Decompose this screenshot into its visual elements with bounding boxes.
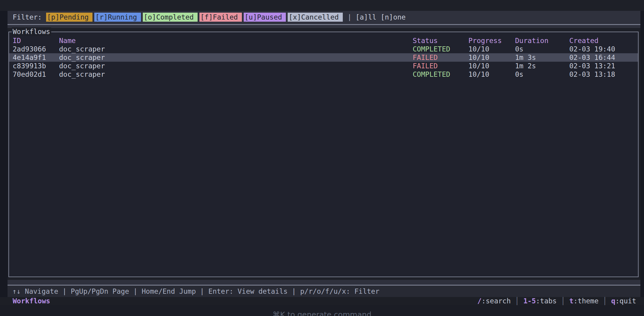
panel-title: Workflows: [12, 27, 51, 36]
cell-name: doc_scraper: [59, 45, 105, 53]
filter-chip-running[interactable]: [r]Running: [94, 13, 141, 22]
help-bar: ↑↓ Navigate | PgUp/PgDn Page | Home/End …: [8, 286, 640, 297]
shortcut-key: q: [611, 297, 615, 305]
filter-chip-cancelled[interactable]: [x]Cancelled: [288, 13, 342, 22]
table-row[interactable]: 2ad93066doc_scraperCOMPLETED10/100s02-03…: [9, 45, 638, 53]
shortcut-theme: t:theme: [569, 297, 599, 305]
cell-created: 02-03 19:40: [569, 45, 615, 53]
cell-duration: 1m 2s: [515, 62, 536, 70]
help-text: ↑↓ Navigate | PgUp/PgDn Page | Home/End …: [12, 287, 380, 295]
shortcut-search: /:search: [477, 297, 511, 305]
status-bar: Workflows /:search│1-5:tabs│t:theme│q:qu…: [0, 297, 644, 305]
cell-status: FAILED: [413, 53, 438, 62]
table-header: IDNameStatusProgressDurationCreated: [9, 36, 638, 45]
filter-label: Filter:: [13, 13, 42, 21]
shortcut-label: :theme: [574, 297, 599, 305]
cell-name: doc_scraper: [59, 62, 105, 70]
filter-chip-paused[interactable]: [u]Paused: [244, 13, 286, 22]
cell-duration: 0s: [515, 45, 524, 53]
shortcut-separator: │: [561, 297, 565, 305]
shortcut-label: :tabs: [536, 297, 557, 305]
filter-chip-completed[interactable]: [o]Completed: [143, 13, 198, 22]
active-tab-label: Workflows: [13, 297, 50, 305]
filter-row: Filter:[p]Pending[r]Running[o]Completed[…: [13, 13, 410, 22]
table-row[interactable]: 4e14a9f1doc_scraperFAILED10/101m 3s02-03…: [9, 53, 638, 62]
filter-bar: Filter:[p]Pending[r]Running[o]Completed[…: [8, 11, 640, 28]
column-header-progress: Progress: [468, 36, 502, 45]
shortcut-list: /:search│1-5:tabs│t:theme│q:quit: [477, 297, 636, 305]
cell-created: 02-03 13:21: [569, 62, 615, 70]
cell-created: 02-03 16:44: [569, 53, 615, 62]
column-header-status: Status: [413, 36, 438, 45]
filter-chip-failed[interactable]: [f]Failed: [199, 13, 242, 22]
shortcut-separator: │: [603, 297, 607, 305]
filter-all-option[interactable]: [a]ll: [355, 13, 376, 21]
cell-progress: 10/10: [468, 70, 489, 79]
workflows-panel: Workflows IDNameStatusProgressDurationCr…: [8, 32, 639, 277]
cell-status: COMPLETED: [413, 70, 450, 79]
cell-id: c839913b: [13, 62, 46, 70]
cell-id: 4e14a9f1: [13, 53, 46, 62]
cell-duration: 0s: [515, 70, 524, 79]
shortcut-separator: │: [515, 297, 519, 305]
shortcut-key: /: [477, 297, 482, 305]
shortcut-key: 1-5: [523, 297, 536, 305]
shortcut-tabs: 1-5:tabs: [523, 297, 557, 305]
shortcut-label: :quit: [615, 297, 636, 305]
column-header-id: ID: [13, 36, 21, 45]
shortcut-key: t: [569, 297, 574, 305]
shortcut-label: :search: [482, 297, 511, 305]
shortcut-quit: q:quit: [611, 297, 636, 305]
window-left-margin: [0, 11, 8, 297]
cell-created: 02-03 13:18: [569, 70, 615, 79]
table-row[interactable]: c839913bdoc_scraperFAILED10/101m 2s02-03…: [9, 62, 638, 70]
filter-bar-divider: [8, 24, 640, 25]
filter-chip-pending[interactable]: [p]Pending: [46, 13, 92, 22]
cell-duration: 1m 3s: [515, 53, 536, 62]
cell-name: doc_scraper: [59, 70, 105, 79]
cell-status: COMPLETED: [413, 45, 450, 53]
terminal-screen: Filter:[p]Pending[r]Running[o]Completed[…: [0, 0, 644, 316]
terminal-hint: ⌘K to generate command: [273, 310, 371, 316]
column-header-name: Name: [59, 36, 76, 45]
column-header-duration: Duration: [515, 36, 549, 45]
filter-none-option[interactable]: [n]one: [381, 13, 406, 21]
cell-progress: 10/10: [468, 53, 489, 62]
cell-progress: 10/10: [468, 62, 489, 70]
table-row[interactable]: 70ed02d1doc_scraperCOMPLETED10/100s02-03…: [9, 70, 638, 79]
window-right-margin: [640, 11, 644, 297]
cell-name: doc_scraper: [59, 53, 105, 62]
footer-divider-strip: [8, 280, 640, 286]
column-header-created: Created: [569, 36, 599, 45]
cell-status: FAILED: [413, 62, 438, 70]
cell-progress: 10/10: [468, 45, 489, 53]
cell-id: 70ed02d1: [13, 70, 46, 79]
cell-id: 2ad93066: [13, 45, 46, 53]
filter-separator: |: [348, 13, 352, 21]
